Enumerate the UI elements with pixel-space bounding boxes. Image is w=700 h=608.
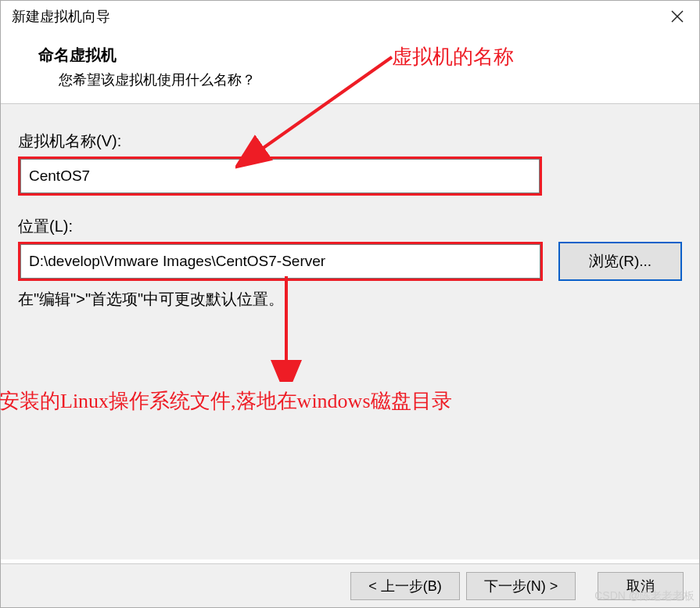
location-input[interactable] (20, 244, 540, 279)
next-button[interactable]: 下一步(N) > (466, 572, 576, 600)
wizard-header: 命名虚拟机 您希望该虚拟机使用什么名称？ (1, 32, 699, 104)
vm-name-label: 虚拟机名称(V): (18, 131, 682, 152)
titlebar: 新建虚拟机向导 (1, 1, 699, 32)
vm-name-input[interactable] (20, 159, 540, 193)
form-body: 虚拟机名称(V): 位置(L): 浏览(R)... 在"编辑">"首选项"中可更… (1, 104, 699, 559)
close-icon (671, 10, 684, 23)
page-title: 命名虚拟机 (38, 45, 691, 66)
annotation-install-location: 安装的Linux操作系统文件,落地在windows磁盘目录 (0, 387, 452, 415)
dialog-window: 新建虚拟机向导 命名虚拟机 您希望该虚拟机使用什么名称？ 虚拟机名称(V): 位… (0, 0, 700, 608)
default-location-note: 在"编辑">"首选项"中可更改默认位置。 (18, 289, 682, 310)
back-button[interactable]: < 上一步(B) (350, 572, 460, 600)
watermark-text: CSDN @陈老老老板 (594, 589, 695, 603)
location-label: 位置(L): (18, 216, 682, 237)
location-highlight (18, 242, 543, 281)
browse-button[interactable]: 浏览(R)... (558, 242, 682, 281)
location-row: 浏览(R)... (18, 242, 682, 281)
window-title: 新建虚拟机向导 (12, 7, 110, 26)
vm-name-highlight (18, 156, 542, 196)
annotation-vm-name: 虚拟机的名称 (392, 43, 514, 70)
page-subtitle: 您希望该虚拟机使用什么名称？ (38, 70, 691, 89)
close-button[interactable] (662, 4, 693, 29)
